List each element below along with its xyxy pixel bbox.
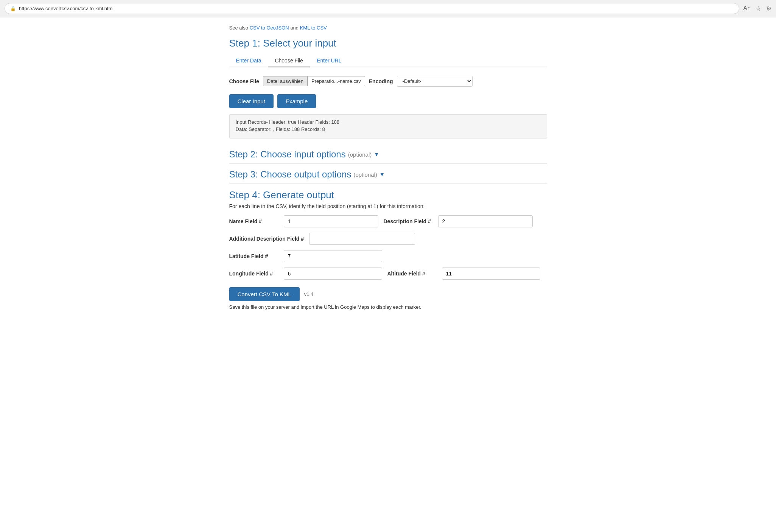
longitude-label: Longitude Field # [229,271,278,277]
step4-title: Step 4: Generate output [229,189,547,201]
step2-header[interactable]: Step 2: Choose input options (optional) … [229,149,547,164]
font-icon[interactable]: A↑ [743,5,750,12]
altitude-label: Altitude Field # [387,271,437,277]
fields-grid: Name Field # Description Field # Additio… [229,215,547,280]
file-choose-button[interactable]: Datei auswählen [263,76,308,86]
bookmark-icon[interactable]: ☆ [756,5,761,12]
tab-choose-file[interactable]: Choose File [268,54,310,67]
description-field-label: Description Field # [384,218,433,224]
lock-icon: 🔒 [10,6,16,11]
field-row-1: Name Field # Description Field # [229,215,547,227]
example-button[interactable]: Example [277,94,316,108]
step3-title: Step 3: Choose output options [229,169,351,180]
field-row-2: Additional Description Field # [229,233,547,245]
step2-chevron: ▼ [374,151,379,157]
altitude-input[interactable] [442,268,540,280]
file-input-display: Datei auswählen Preparatio...-name.csv [263,76,365,86]
file-row: Choose File Datei auswählen Preparatio..… [229,76,547,87]
name-field-input[interactable] [284,215,378,227]
kml-to-csv-link[interactable]: KML to CSV [300,25,327,31]
url-bar[interactable]: 🔒 https://www.convertcsv.com/csv-to-kml.… [5,3,739,14]
step1-title: Step 1: Select your input [229,37,547,49]
clear-input-button[interactable]: Clear Input [229,94,274,108]
step2-title: Step 2: Choose input options [229,149,346,160]
field-row-3: Latitude Field # [229,250,547,262]
version-text: v1.4 [304,291,314,297]
additional-desc-input[interactable] [309,233,415,245]
step3-chevron: ▼ [379,171,385,177]
choose-file-label: Choose File [229,78,259,84]
tab-enter-url[interactable]: Enter URL [310,54,348,67]
latitude-label: Latitude Field # [229,253,278,259]
input-tabs: Enter Data Choose File Enter URL [229,54,547,67]
step2-optional: (optional) [348,151,372,158]
file-name-display: Preparatio...-name.csv [308,76,365,86]
save-note: Save this file on your server and import… [229,304,547,310]
see-also: See also CSV to GeoJSON and KML to CSV [229,25,547,31]
encoding-label: Encoding [369,78,393,84]
convert-row: Convert CSV To KML v1.4 [229,287,547,301]
browser-bar: 🔒 https://www.convertcsv.com/csv-to-kml.… [0,0,776,17]
latitude-input[interactable] [284,250,382,262]
browser-icons: A↑ ☆ ⚙ [743,5,771,12]
page-content: See also CSV to GeoJSON and KML to CSV S… [218,17,558,317]
url-text: https://www.convertcsv.com/csv-to-kml.ht… [19,6,113,11]
csv-to-geojson-link[interactable]: CSV to GeoJSON [250,25,289,31]
description-field-input[interactable] [438,215,533,227]
encoding-select[interactable]: -Default-UTF-8ISO-8859-1UTF-16Windows-12… [397,76,473,87]
longitude-input[interactable] [284,268,382,280]
step3-optional: (optional) [353,171,377,178]
info-line2: Data: Separator: , Fields: 188 Records: … [236,126,541,132]
tab-enter-data[interactable]: Enter Data [229,54,268,67]
convert-button[interactable]: Convert CSV To KML [229,287,300,301]
info-box: Input Records- Header: true Header Field… [229,114,547,138]
step4-description: For each line in the CSV, identify the f… [229,203,547,209]
name-field-label: Name Field # [229,218,278,224]
action-buttons: Clear Input Example [229,94,547,108]
additional-desc-label: Additional Description Field # [229,236,304,242]
info-line1: Input Records- Header: true Header Field… [236,119,541,125]
settings-icon[interactable]: ⚙ [766,5,771,12]
field-row-4: Longitude Field # Altitude Field # [229,268,547,280]
step3-header[interactable]: Step 3: Choose output options (optional)… [229,169,547,184]
